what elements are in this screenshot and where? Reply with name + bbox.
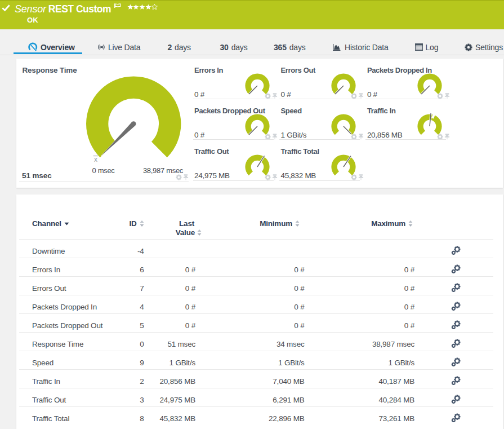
cogs-icon[interactable] (451, 246, 461, 256)
cell-max: 0 # (332, 266, 415, 274)
cell-min: 22,896 MB (236, 414, 305, 423)
cogs-icon[interactable] (451, 395, 461, 405)
cogs-icon[interactable] (451, 302, 461, 312)
tab-bar: OverviewLive Data2days30days365daysHisto… (0, 29, 504, 55)
sort-both-icon[interactable] (295, 220, 300, 227)
gauge-pin-icon[interactable] (358, 174, 364, 180)
channel-row-packets-dropped-in[interactable]: Packets Dropped In40 #0 #0 # (16, 295, 503, 313)
cell-id: 6 (90, 266, 144, 274)
gauge-title: Errors In (194, 66, 223, 74)
column-header-minimum[interactable]: Minimum (260, 219, 300, 228)
channel-row-downtime[interactable]: Downtime-4 (16, 239, 503, 258)
tab-label: Settings (475, 43, 503, 52)
tab-label: days (175, 43, 191, 52)
sort-desc-icon[interactable] (64, 222, 69, 225)
column-header-channel[interactable]: Channel (32, 219, 69, 228)
channel-row-errors-in[interactable]: Errors In60 #0 #0 # (16, 258, 503, 276)
priority-stars[interactable] (127, 4, 158, 10)
gauge-title: Errors Out (280, 66, 315, 74)
star-outline-icon[interactable] (151, 4, 158, 10)
tab-days-number: 30 (220, 43, 229, 52)
tab-2-days[interactable]: 2days (168, 38, 191, 56)
cell-max: 73,261 MB (332, 414, 415, 423)
gauge-pin-icon[interactable] (183, 174, 189, 180)
tab-historic-data[interactable]: Historic Data (333, 38, 389, 56)
channel-row-traffic-in[interactable]: Traffic In220,856 MB7,040 MB40,187 MB (16, 369, 503, 388)
tab-log[interactable]: Log (415, 38, 439, 56)
cell-min: 0 # (236, 321, 305, 330)
gauge-settings-gear-icon[interactable] (351, 134, 357, 140)
column-header-last-value[interactable]: LastValue (176, 219, 202, 237)
sort-both-icon[interactable] (408, 220, 413, 227)
cogs-icon[interactable] (451, 339, 461, 349)
header-line-1: Last (176, 219, 194, 228)
column-header-id[interactable]: ID (129, 219, 144, 228)
cell-id: 2 (90, 377, 144, 386)
cell-id: -4 (90, 247, 144, 255)
channel-row-errors-out[interactable]: Errors Out70 #0 #0 # (16, 276, 503, 295)
tab-label: days (289, 43, 306, 52)
gauge-settings-gear-icon[interactable] (437, 134, 443, 140)
channels-table-panel: ChannelIDLastValueMinimumMaximumDowntime… (16, 194, 503, 429)
gauge-value: 0 # (194, 90, 204, 99)
star-filled-icon[interactable] (133, 4, 139, 10)
tab-label: Historic Data (345, 43, 389, 52)
gauge-tile-packets-dropped-out: Packets Dropped Out0 # (190, 99, 276, 140)
cogs-icon[interactable] (451, 357, 461, 368)
gauge-min-label: 0 msec (92, 166, 114, 175)
gauge-tile-traffic-total: Traffic Total45,832 MB (276, 140, 363, 180)
header-line-2: Value (176, 228, 195, 237)
tab-365-days[interactable]: 365days (274, 38, 306, 56)
gauge-settings-gear-icon[interactable] (176, 174, 182, 180)
channel-row-traffic-total[interactable]: Traffic Total845,832 MB22,896 MB73,261 M… (16, 406, 503, 425)
gauge-pin-icon[interactable] (444, 134, 450, 140)
cell-last: 24,975 MB (149, 396, 196, 404)
cogs-icon[interactable] (451, 283, 461, 293)
cell-last: 0 # (149, 284, 196, 293)
gauge-settings-gear-icon[interactable] (351, 174, 357, 180)
cell-max: 40,187 MB (332, 377, 415, 386)
column-header-maximum[interactable]: Maximum (371, 219, 413, 228)
tab-overview[interactable]: Overview (28, 38, 75, 56)
channel-row-response-time[interactable]: Response Time051 msec34 msec38,987 msec (16, 332, 503, 351)
cogs-icon[interactable] (451, 413, 461, 423)
cogs-icon[interactable] (451, 320, 461, 330)
cogs-icon[interactable] (451, 376, 461, 386)
gauge-settings-gear-icon[interactable] (265, 174, 271, 180)
tab-days-number: 365 (274, 43, 287, 52)
channel-row-traffic-out[interactable]: Traffic Out324,975 MB6,291 MB40,284 MB (16, 388, 503, 406)
gauge-settings-gear-icon[interactable] (265, 134, 271, 140)
gauge-settings-gear-icon[interactable] (351, 93, 357, 99)
gauge-tile-packets-dropped-in: Packets Dropped In0 # (363, 59, 449, 99)
header-label: ID (129, 219, 136, 228)
gauge-value: 0 # (280, 90, 291, 99)
gauge-tile-errors-in: Errors In0 # (190, 59, 276, 99)
flag-icon[interactable] (114, 3, 121, 8)
cell-last: 0 # (149, 266, 196, 274)
live-data-icon (97, 44, 105, 50)
star-filled-icon[interactable] (127, 4, 133, 10)
cell-id: 8 (90, 414, 144, 423)
gauge-value: 0 # (367, 90, 377, 99)
star-filled-icon[interactable] (139, 4, 145, 10)
tab-live-data[interactable]: Live Data (97, 38, 140, 56)
sort-both-icon[interactable] (140, 220, 144, 227)
sort-both-icon[interactable] (197, 229, 202, 236)
cell-min: 1 GBit/s (236, 359, 305, 367)
cell-min: 6,291 MB (236, 396, 305, 404)
gauge-title: Traffic In (367, 107, 396, 115)
tab-settings[interactable]: Settings (465, 38, 503, 56)
gauge-settings-gear-icon[interactable] (437, 93, 443, 99)
tab-30-days[interactable]: 30days (220, 38, 248, 56)
sensor-name: REST Custom (48, 3, 111, 15)
star-filled-icon[interactable] (145, 4, 151, 10)
cogs-icon[interactable] (451, 264, 461, 275)
cell-max: 38,987 msec (332, 340, 415, 348)
gauge-icon (28, 42, 38, 52)
channel-row-speed[interactable]: Speed91 GBit/s1 GBit/s1 GBit/s (16, 351, 503, 369)
gauge-pin-icon[interactable] (444, 93, 450, 99)
gauge-settings-gear-icon[interactable] (265, 93, 271, 99)
channel-row-packets-dropped-out[interactable]: Packets Dropped Out50 #0 #0 # (16, 313, 503, 332)
cell-last: 1 GBit/s (149, 359, 196, 367)
gauge-tile-errors-out: Errors Out0 # (276, 59, 363, 99)
